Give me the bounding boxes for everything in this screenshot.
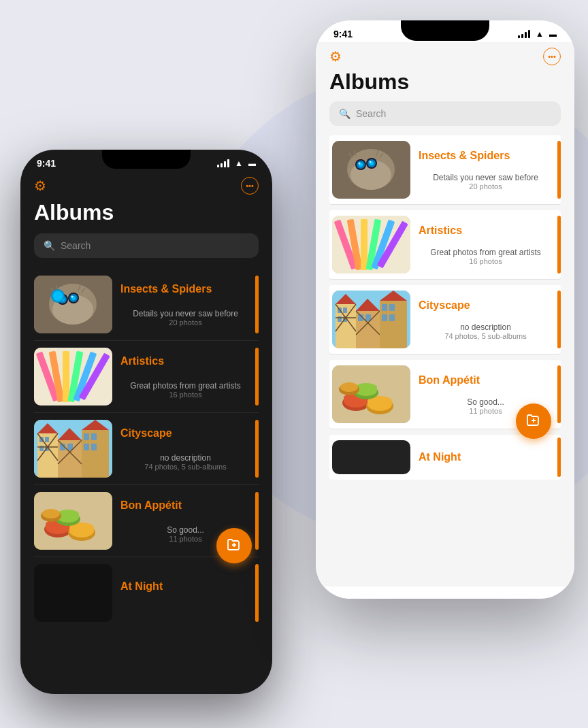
dark-search-bar[interactable]: 🔍 Search xyxy=(34,233,259,258)
dark-top-bar: ⚙ ••• xyxy=(34,177,259,195)
light-fab-button[interactable] xyxy=(516,403,551,439)
light-screen-content: ⚙ ••• Albums 🔍 Search xyxy=(316,42,574,586)
dark-thumb-cityscape xyxy=(34,420,112,478)
dark-page-title: Albums xyxy=(34,200,259,225)
svg-point-4 xyxy=(59,295,67,303)
svg-point-10 xyxy=(71,296,74,298)
dark-time: 9:41 xyxy=(37,158,56,169)
light-desc-cityscape: no description xyxy=(419,322,553,332)
light-album-list: Insects & Spiders Details you never saw … xyxy=(329,135,561,480)
svg-point-64 xyxy=(359,163,361,165)
light-thumb-artistics xyxy=(332,216,410,274)
svg-rect-25 xyxy=(45,437,49,442)
dark-desc-artistics: Great photos from great artists xyxy=(120,381,250,391)
dark-thumb-atnight xyxy=(34,564,112,622)
dark-info-insects: Insects & Spiders Details you never saw … xyxy=(112,280,259,329)
dark-album-item-bonappetit[interactable]: Bon Appétit So good... 11 photos xyxy=(34,485,259,557)
light-album-item-cityscape[interactable]: Cityscape no description 74 photos, 5 su… xyxy=(329,285,561,354)
dark-name-cityscape: Cityscape xyxy=(120,427,250,440)
dark-name-bonappetit: Bon Appétit xyxy=(120,499,250,512)
light-phone-notch xyxy=(401,20,489,41)
signal-icon xyxy=(217,159,229,167)
dark-bar-artistics xyxy=(255,348,259,406)
light-time: 9:41 xyxy=(333,29,353,39)
light-bar-cityscape xyxy=(557,291,561,348)
dark-status-icons: ▲ ▬ xyxy=(217,159,256,168)
settings-icon[interactable]: ⚙ xyxy=(34,178,46,194)
dark-desc-cityscape: no description xyxy=(120,453,250,463)
light-info-insects: Insects & Spiders Details you never saw … xyxy=(410,147,561,193)
svg-rect-97 xyxy=(382,314,387,321)
dark-name-atnight: At Night xyxy=(120,580,250,593)
light-bar-bonappetit xyxy=(557,365,561,423)
light-album-item-bonappetit[interactable]: Bon Appétit So good... 11 photos xyxy=(329,360,561,429)
light-phone: 9:41 ▲ ▬ ⚙ ••• Albums 🔍 Search xyxy=(316,20,574,599)
dark-album-item-atnight[interactable]: At Night xyxy=(34,557,259,629)
dark-bar-bonappetit xyxy=(255,492,259,550)
svg-rect-18 xyxy=(63,351,69,402)
light-more-icon[interactable]: ••• xyxy=(543,48,561,65)
light-desc-artistics: Great photos from great artists xyxy=(419,248,553,257)
svg-rect-96 xyxy=(389,304,395,311)
dark-phone: 9:41 ▲ ▬ ⚙ ••• Albums 🔍 Search xyxy=(20,150,272,694)
svg-rect-26 xyxy=(39,446,44,451)
light-thumb-cityscape xyxy=(332,291,410,348)
dark-info-atnight: At Night xyxy=(112,578,259,609)
light-search-bar[interactable]: 🔍 Search xyxy=(329,101,561,126)
dark-count-insects: 20 photos xyxy=(120,318,250,327)
dark-album-list: Insects & Spiders Details you never saw … xyxy=(34,269,259,629)
dark-album-item-cityscape[interactable]: Cityscape no description 74 photos, 5 su… xyxy=(34,413,259,485)
light-name-insects: Insects & Spiders xyxy=(419,150,553,162)
dark-album-item-artistics[interactable]: Artistics Great photos from great artist… xyxy=(34,341,259,413)
light-count-artistics: 16 photos xyxy=(419,257,553,265)
light-name-bonappetit: Bon Appétit xyxy=(419,374,553,386)
light-count-cityscape: 74 photos, 5 sub-albums xyxy=(419,332,553,340)
dark-bar-insects xyxy=(255,276,259,333)
svg-rect-98 xyxy=(389,314,395,321)
light-page-title: Albums xyxy=(329,69,561,95)
light-name-artistics: Artistics xyxy=(419,225,553,237)
light-bar-atnight xyxy=(557,437,561,477)
svg-point-68 xyxy=(370,161,372,163)
wifi-icon: ▲ xyxy=(235,159,243,168)
svg-point-55 xyxy=(42,509,60,518)
svg-point-113 xyxy=(340,382,358,392)
dark-thumb-bonappetit xyxy=(34,492,112,550)
dark-name-insects: Insects & Spiders xyxy=(120,283,250,295)
svg-rect-37 xyxy=(84,433,89,440)
light-album-item-insects[interactable]: Insects & Spiders Details you never saw … xyxy=(329,135,561,205)
light-album-item-artistics[interactable]: Artistics Great photos from great artist… xyxy=(329,210,561,280)
dark-name-artistics: Artistics xyxy=(120,355,250,367)
dark-search-icon: 🔍 xyxy=(44,240,55,251)
light-bar-insects xyxy=(557,141,561,199)
light-name-cityscape: Cityscape xyxy=(419,299,553,312)
light-top-bar: ⚙ ••• xyxy=(329,48,561,65)
svg-rect-40 xyxy=(91,444,97,450)
light-thumb-insects xyxy=(332,141,410,199)
light-settings-icon[interactable]: ⚙ xyxy=(329,48,342,65)
dark-info-artistics: Artistics Great photos from great artist… xyxy=(112,352,259,401)
dark-album-item-insects[interactable]: Insects & Spiders Details you never saw … xyxy=(34,269,259,341)
dark-desc-insects: Details you never saw before xyxy=(120,309,250,318)
svg-rect-83 xyxy=(343,308,347,313)
light-name-atnight: At Night xyxy=(410,451,461,463)
light-info-cityscape: Cityscape no description 74 photos, 5 su… xyxy=(410,297,561,343)
more-icon[interactable]: ••• xyxy=(241,177,259,195)
light-signal-icon xyxy=(518,30,530,38)
dark-thumb-artistics xyxy=(34,348,112,406)
dark-count-cityscape: 74 photos, 5 sub-albums xyxy=(120,463,250,471)
svg-point-6 xyxy=(61,297,63,299)
svg-rect-95 xyxy=(382,304,387,311)
dark-thumb-insects xyxy=(34,276,112,333)
light-wifi-icon: ▲ xyxy=(536,29,544,39)
dark-phone-notch xyxy=(102,150,191,169)
light-desc-insects: Details you never saw before xyxy=(419,173,553,182)
light-thumb-atnight xyxy=(332,440,410,474)
dark-search-placeholder: Search xyxy=(61,240,91,251)
dark-bar-atnight xyxy=(255,564,259,622)
light-info-artistics: Artistics Great photos from great artist… xyxy=(410,222,561,268)
light-search-icon: 🔍 xyxy=(339,108,350,119)
light-album-item-atnight[interactable]: At Night xyxy=(329,435,561,480)
svg-rect-84 xyxy=(338,316,342,322)
dark-bar-cityscape xyxy=(255,420,259,478)
